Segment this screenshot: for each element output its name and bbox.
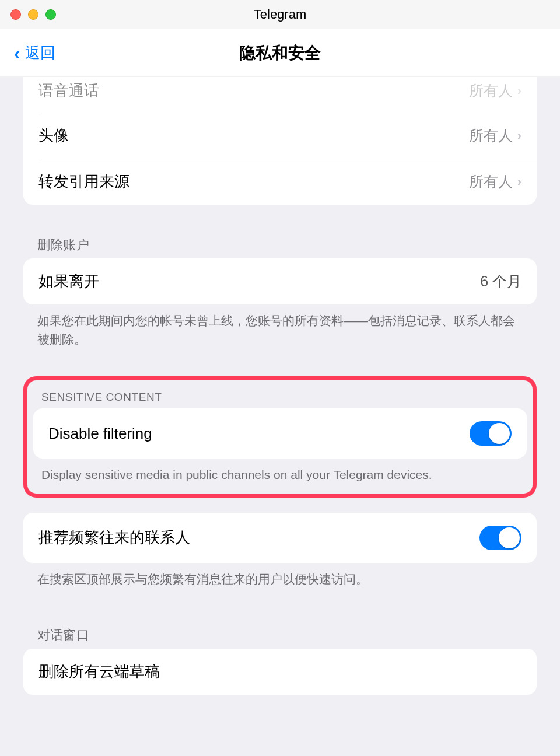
chevron-left-icon: ‹	[14, 44, 20, 62]
content-area: 语音通话 所有人 › 头像 所有人 › 转发引用来源 所有人 ›	[0, 77, 560, 756]
suggest-contacts-section: 推荐频繁往来的联系人 在搜索区顶部展示与您频繁有消息往来的用户以便快速访问。	[23, 513, 537, 601]
page-title: 隐私和安全	[239, 42, 321, 64]
back-label: 返回	[25, 43, 55, 63]
section-header: 删除账户	[23, 226, 537, 258]
disable-filtering-toggle[interactable]	[470, 421, 512, 446]
titlebar: Telegram	[0, 0, 560, 29]
navbar: ‹ 返回 隐私和安全	[0, 29, 560, 77]
window-close-button[interactable]	[10, 9, 21, 20]
traffic-lights	[10, 9, 56, 20]
section-footer: Display sensitive media in public channe…	[33, 459, 527, 489]
row-label: 转发引用来源	[38, 172, 130, 192]
row-value: 所有人 ›	[469, 81, 522, 100]
sensitive-content-highlight: SENSITIVE CONTENT Disable filtering Disp…	[23, 376, 537, 498]
section-footer: 如果您在此期间内您的帐号未曾上线，您账号的所有资料——包括消息记录、联系人都会被…	[23, 304, 537, 361]
row-value: 6 个月	[480, 272, 522, 291]
section-footer: 在搜索区顶部展示与您频繁有消息往来的用户以便快速访问。	[23, 563, 537, 601]
row-voice-calls[interactable]: 语音通话 所有人 ›	[23, 77, 537, 113]
row-forwarded-messages[interactable]: 转发引用来源 所有人 ›	[23, 159, 537, 205]
row-label: Disable filtering	[48, 425, 152, 443]
row-label: 推荐频繁往来的联系人	[38, 527, 190, 548]
toggle-knob	[499, 527, 520, 548]
section-header: SENSITIVE CONTENT	[33, 386, 527, 408]
delete-account-section: 删除账户 如果离开 6 个月 如果您在此期间内您的帐号未曾上线，您账号的所有资料…	[23, 226, 537, 361]
row-label: 如果离开	[38, 271, 99, 292]
row-value: 所有人 ›	[469, 172, 522, 191]
row-if-away-for[interactable]: 如果离开 6 个月	[23, 258, 537, 304]
row-label: 语音通话	[38, 80, 99, 101]
section-header: 对话窗口	[23, 616, 537, 649]
toggle-knob	[489, 423, 510, 444]
row-disable-filtering[interactable]: Disable filtering	[33, 408, 527, 459]
row-label: 头像	[38, 125, 69, 146]
app-title: Telegram	[254, 7, 306, 22]
row-suggest-frequent-contacts[interactable]: 推荐频繁往来的联系人	[23, 513, 537, 563]
back-button[interactable]: ‹ 返回	[14, 43, 55, 63]
chevron-right-icon: ›	[517, 83, 522, 99]
row-profile-photo[interactable]: 头像 所有人 ›	[23, 113, 537, 159]
window-maximize-button[interactable]	[46, 9, 56, 20]
chevron-right-icon: ›	[517, 174, 522, 190]
chat-window-section: 对话窗口 删除所有云端草稿	[23, 616, 537, 695]
window-minimize-button[interactable]	[28, 9, 38, 20]
chevron-right-icon: ›	[517, 128, 522, 144]
row-delete-cloud-drafts[interactable]: 删除所有云端草稿	[23, 649, 537, 695]
privacy-section: 语音通话 所有人 › 头像 所有人 › 转发引用来源 所有人 ›	[23, 77, 537, 205]
row-label: 删除所有云端草稿	[38, 662, 160, 682]
suggest-contacts-toggle[interactable]	[480, 526, 522, 550]
row-value: 所有人 ›	[469, 126, 522, 145]
